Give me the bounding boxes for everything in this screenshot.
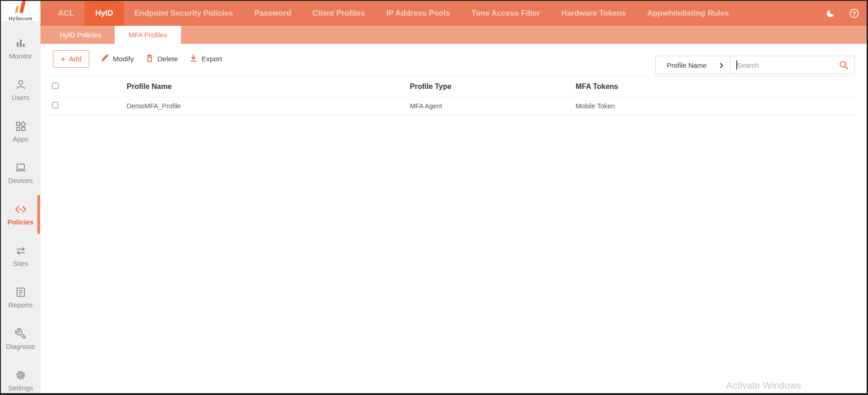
- export-button-label: Export: [201, 55, 222, 63]
- mfa-profiles-table: Profile Name Profile Type MFA Tokens Dem…: [46, 76, 855, 115]
- table-row[interactable]: DemoMFA_Profile MFA Agent Mobile Token: [46, 97, 855, 115]
- search-bar: Profile Name ❯︎: [655, 56, 855, 74]
- column-header-profile-name: Profile Name: [127, 83, 410, 91]
- hysecure-logo-icon: [12, 1, 30, 15]
- tab-time-access-filter[interactable]: Time Access Filter: [461, 1, 551, 26]
- help-icon[interactable]: ?: [849, 8, 859, 18]
- policies-icon: [14, 203, 27, 215]
- sidebar-nav: Monitor Users: [1, 21, 40, 395]
- pencil-icon: [100, 53, 110, 65]
- sidebar-item-devices[interactable]: Devices: [1, 152, 40, 194]
- tab-mfa-profiles[interactable]: MFA Profiles: [115, 26, 181, 44]
- sites-icon: [15, 245, 27, 257]
- sub-nav: HyID Policies MFA Profiles: [41, 26, 867, 44]
- sidebar-item-label: Settings: [8, 384, 33, 392]
- sidebar-item-policies[interactable]: Policies: [1, 194, 40, 235]
- tab-hardware-tokens[interactable]: Hardware Tokens: [551, 1, 636, 26]
- column-header-profile-type: Profile Type: [410, 83, 576, 91]
- sidebar-item-label: Sites: [13, 259, 28, 267]
- devices-icon: [15, 162, 27, 174]
- activate-windows-watermark: Activate Windows: [726, 380, 801, 391]
- column-header-mfa-tokens: MFA Tokens: [576, 83, 855, 91]
- tab-hyid-policies[interactable]: HyID Policies: [46, 26, 115, 44]
- brand-logo[interactable]: HySecure: [1, 1, 40, 21]
- sidebar-item-reports[interactable]: Reports: [1, 277, 40, 318]
- modify-button[interactable]: Modify: [100, 53, 134, 65]
- tab-acl[interactable]: ACL: [47, 1, 85, 26]
- tab-hyid[interactable]: HyID: [85, 1, 124, 26]
- sidebar-item-label: Devices: [8, 177, 33, 184]
- search-icon[interactable]: [839, 60, 849, 70]
- add-button-label: Add: [69, 55, 82, 63]
- sidebar-item-diagnose[interactable]: Diagnose: [1, 318, 40, 360]
- add-button[interactable]: + Add: [53, 50, 89, 68]
- search-input[interactable]: [737, 61, 839, 69]
- row-checkbox[interactable]: [52, 102, 58, 108]
- tab-client-profiles[interactable]: Client Profiles: [302, 1, 375, 26]
- plus-icon: +: [61, 55, 66, 64]
- sidebar-item-label: Diagnose: [6, 342, 35, 350]
- sidebar-item-users[interactable]: Users: [1, 69, 40, 111]
- export-button[interactable]: Export: [189, 53, 222, 65]
- sidebar-item-settings[interactable]: Settings: [1, 360, 40, 395]
- cell-mfa-tokens: Mobile Token: [576, 102, 855, 110]
- apps-icon: [15, 120, 27, 132]
- modify-button-label: Modify: [113, 55, 134, 63]
- monitor-icon: [15, 37, 27, 49]
- sidebar-item-label: Users: [12, 94, 29, 101]
- sidebar-item-label: Reports: [8, 301, 33, 309]
- sidebar-item-monitor[interactable]: Monitor: [1, 28, 40, 69]
- brand-name: HySecure: [8, 16, 32, 21]
- sidebar-item-sites[interactable]: Sites: [1, 235, 40, 277]
- trash-icon: [145, 53, 154, 65]
- export-icon: [189, 53, 198, 65]
- select-all-checkbox[interactable]: [52, 83, 58, 89]
- chevron-down-icon: ❯︎: [719, 62, 724, 68]
- tab-appwhitelisting-rules[interactable]: Appwhitelisting Rules: [636, 1, 740, 26]
- content-panel: + Add Modify: [41, 44, 867, 393]
- delete-button[interactable]: Delete: [145, 53, 178, 65]
- sidebar-item-label: Monitor: [9, 52, 32, 60]
- cell-profile-type: MFA Agent: [410, 102, 576, 110]
- tab-endpoint-security-policies[interactable]: Endpoint Security Policies: [124, 1, 244, 26]
- sidebar-item-label: Policies: [7, 218, 34, 226]
- top-nav: ACL HyID Endpoint Security Policies Pass…: [41, 1, 867, 26]
- delete-button-label: Delete: [157, 55, 178, 63]
- reports-icon: [15, 286, 27, 298]
- app-window: HySecure Monitor: [0, 0, 868, 395]
- tab-password[interactable]: Password: [244, 1, 302, 26]
- dark-mode-moon-icon[interactable]: [826, 9, 835, 18]
- tab-ip-address-pools[interactable]: IP Address Pools: [376, 1, 461, 26]
- sidebar: HySecure Monitor: [1, 1, 41, 393]
- sidebar-item-apps[interactable]: Apps: [1, 111, 40, 152]
- cell-profile-name: DemoMFA_Profile: [127, 102, 410, 110]
- main-area: ACL HyID Endpoint Security Policies Pass…: [41, 1, 867, 393]
- search-filter-value: Profile Name: [667, 61, 707, 69]
- sidebar-item-label: Apps: [12, 135, 28, 143]
- table-header-row: Profile Name Profile Type MFA Tokens: [46, 76, 855, 97]
- diagnose-icon: [15, 328, 27, 340]
- settings-icon: [15, 369, 27, 381]
- search-filter-select[interactable]: Profile Name ❯︎: [656, 56, 730, 74]
- active-item-indicator: [37, 195, 40, 234]
- users-icon: [15, 79, 27, 91]
- svg-text:?: ?: [852, 11, 856, 17]
